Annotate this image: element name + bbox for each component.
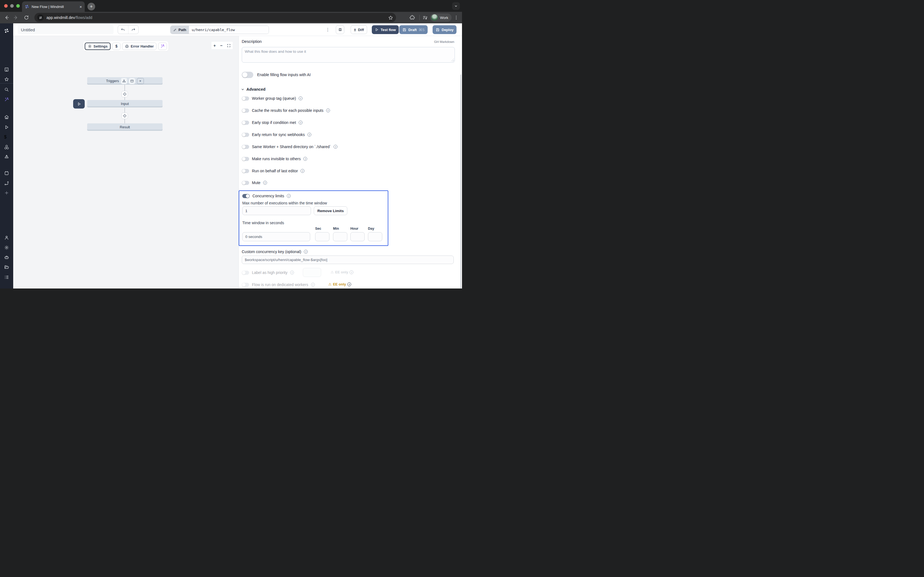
undo-button[interactable] <box>118 26 128 34</box>
info-icon[interactable]: i <box>263 181 267 185</box>
sidebar-item-schedules[interactable] <box>4 171 9 176</box>
save-draft-button[interactable]: Draft ⌘S <box>399 25 428 34</box>
deploy-button[interactable]: Deploy <box>433 25 457 34</box>
docs-button[interactable] <box>336 25 344 34</box>
info-icon[interactable]: i <box>347 282 351 286</box>
add-trigger-button[interactable]: + <box>137 78 144 84</box>
info-icon[interactable]: i <box>349 270 354 274</box>
minimize-window-button[interactable] <box>10 4 14 8</box>
sidebar-item-favorites[interactable] <box>4 77 9 82</box>
same-worker-toggle[interactable] <box>242 145 249 149</box>
info-icon[interactable]: i <box>290 271 294 274</box>
workspace-variables-button[interactable]: $ <box>112 43 120 50</box>
insert-step-button[interactable] <box>121 91 128 97</box>
sidebar-item-home[interactable] <box>4 114 9 119</box>
new-tab-button[interactable]: + <box>87 3 95 10</box>
bookmark-star-icon[interactable] <box>388 15 393 20</box>
cache-results-toggle[interactable] <box>242 108 249 113</box>
close-window-button[interactable] <box>4 4 8 8</box>
flow-more-menu-icon[interactable]: ⋮ <box>325 26 331 33</box>
description-textarea[interactable] <box>242 47 455 63</box>
remove-limits-button[interactable]: Remove Limits <box>314 206 347 215</box>
triggers-node[interactable]: Triggers + <box>87 77 163 85</box>
result-node[interactable]: Result <box>87 123 163 131</box>
sidebar-item-ai-icon[interactable] <box>4 97 9 102</box>
sidebar-item-workers[interactable] <box>4 255 9 260</box>
diff-button[interactable]: ± Diff <box>351 25 367 34</box>
zoom-out-icon[interactable]: − <box>220 44 223 48</box>
high-priority-toggle[interactable] <box>242 271 249 275</box>
insert-step-button[interactable] <box>121 113 128 119</box>
advanced-section-header[interactable]: Advanced <box>241 87 265 92</box>
invisible-runs-toggle[interactable] <box>242 157 249 161</box>
info-icon[interactable]: i <box>299 121 302 124</box>
early-return-toggle[interactable] <box>242 133 249 137</box>
sidebar-item-runs[interactable] <box>4 125 9 130</box>
window-controls[interactable] <box>4 4 20 8</box>
reload-icon[interactable] <box>24 15 29 20</box>
ai-inputs-toggle[interactable] <box>242 72 253 78</box>
webhook-trigger-icon[interactable] <box>121 78 127 84</box>
min-input[interactable] <box>333 232 347 241</box>
day-input[interactable] <box>368 232 382 241</box>
info-icon[interactable]: i <box>307 133 311 137</box>
sidebar-item-variables[interactable]: $ <box>4 135 9 140</box>
sidebar-item-triggers[interactable] <box>4 154 9 159</box>
sidebar-item-search[interactable] <box>4 87 9 92</box>
extensions-icon[interactable] <box>409 15 415 20</box>
ai-assistant-button[interactable] <box>158 43 167 50</box>
early-stop-toggle[interactable] <box>242 121 249 125</box>
profile-chip[interactable]: Work <box>430 13 452 22</box>
test-input-play-button[interactable] <box>73 99 85 108</box>
window-chevron-icon[interactable] <box>452 2 460 10</box>
mute-toggle[interactable] <box>242 181 249 185</box>
path-label[interactable]: Path <box>171 26 189 34</box>
input-node[interactable]: Input <box>87 100 163 108</box>
url-bar[interactable]: app.windmill.dev/flows/add <box>34 13 396 22</box>
site-settings-icon[interactable] <box>37 14 44 21</box>
redo-button[interactable] <box>128 26 139 34</box>
sidebar-item-settings[interactable] <box>4 245 9 250</box>
time-window-input[interactable] <box>242 232 310 241</box>
flow-canvas[interactable]: Settings $ Error Handler <box>13 36 239 288</box>
sidebar-item-add[interactable] <box>4 190 9 195</box>
sec-input[interactable] <box>315 232 330 241</box>
sidebar-item-logs[interactable] <box>4 275 9 280</box>
test-flow-button[interactable]: Test flow <box>372 25 399 34</box>
fit-view-icon[interactable] <box>227 44 231 48</box>
info-icon[interactable]: i <box>300 169 304 173</box>
forward-icon[interactable] <box>13 15 19 20</box>
sidebar-item-flows[interactable] <box>4 181 9 186</box>
info-icon[interactable]: i <box>334 145 338 149</box>
browser-menu-icon[interactable] <box>454 15 459 20</box>
info-icon[interactable]: i <box>311 283 315 287</box>
custom-concurrency-key-input[interactable] <box>242 256 454 264</box>
back-icon[interactable] <box>4 15 9 20</box>
sidebar-item-resources[interactable] <box>4 145 9 150</box>
flow-settings-button[interactable]: Settings <box>85 43 111 50</box>
windmill-logo[interactable] <box>4 28 9 34</box>
high-priority-input[interactable] <box>303 268 321 277</box>
sidebar-item-users[interactable] <box>4 235 9 240</box>
browser-tab[interactable]: New Flow | Windmill × <box>22 2 85 12</box>
sidebar-item-workspace[interactable] <box>4 67 9 72</box>
zoom-in-icon[interactable]: + <box>213 44 216 48</box>
path-input[interactable] <box>189 26 269 34</box>
info-icon[interactable]: i <box>303 157 307 161</box>
error-handler-button[interactable]: Error Handler <box>122 43 157 50</box>
hour-input[interactable] <box>351 232 365 241</box>
maximize-window-button[interactable] <box>16 4 20 8</box>
sidebar-item-folders[interactable] <box>4 264 9 269</box>
info-icon[interactable]: i <box>304 250 308 254</box>
panel-scrollbar[interactable] <box>460 74 461 288</box>
info-icon[interactable]: i <box>287 194 291 198</box>
max-executions-input[interactable] <box>242 206 311 215</box>
media-controls-icon[interactable] <box>422 15 428 20</box>
tab-close-icon[interactable]: × <box>79 5 82 9</box>
worker-group-toggle[interactable] <box>242 97 249 101</box>
info-icon[interactable]: i <box>326 108 330 112</box>
flow-name-input[interactable] <box>18 25 113 34</box>
run-on-behalf-toggle[interactable] <box>242 169 249 173</box>
info-icon[interactable]: i <box>299 97 302 100</box>
concurrency-toggle[interactable] <box>242 194 250 198</box>
